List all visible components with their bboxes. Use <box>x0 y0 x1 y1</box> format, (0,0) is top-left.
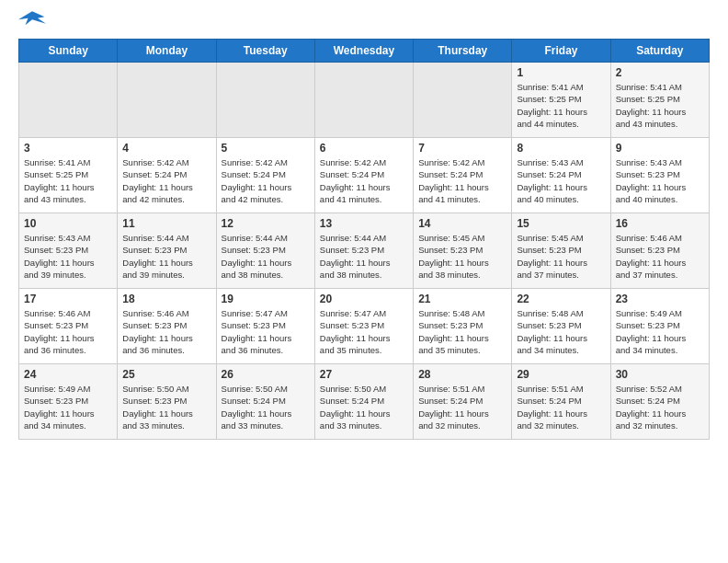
calendar-cell-11: 11Sunrise: 5:44 AM Sunset: 5:23 PM Dayli… <box>118 213 216 289</box>
day-info: Sunrise: 5:47 AM Sunset: 5:23 PM Dayligh… <box>320 307 408 356</box>
day-info: Sunrise: 5:44 AM Sunset: 5:23 PM Dayligh… <box>222 232 310 281</box>
calendar-cell-19: 19Sunrise: 5:47 AM Sunset: 5:23 PM Dayli… <box>216 289 314 364</box>
calendar-week-0: 1Sunrise: 5:41 AM Sunset: 5:25 PM Daylig… <box>19 63 710 138</box>
calendar-header-saturday: Saturday <box>610 40 709 63</box>
day-info: Sunrise: 5:44 AM Sunset: 5:23 PM Dayligh… <box>122 232 210 281</box>
day-info: Sunrise: 5:49 AM Sunset: 5:23 PM Dayligh… <box>24 383 112 431</box>
day-info: Sunrise: 5:41 AM Sunset: 5:25 PM Dayligh… <box>24 156 112 205</box>
day-number: 10 <box>24 217 112 230</box>
day-number: 22 <box>517 293 605 305</box>
day-number: 8 <box>517 142 605 155</box>
calendar-cell-23: 23Sunrise: 5:49 AM Sunset: 5:23 PM Dayli… <box>610 289 709 364</box>
day-info: Sunrise: 5:43 AM Sunset: 5:23 PM Dayligh… <box>616 156 704 205</box>
day-info: Sunrise: 5:41 AM Sunset: 5:25 PM Dayligh… <box>517 81 605 130</box>
day-number: 20 <box>320 293 408 305</box>
day-number: 27 <box>320 368 408 381</box>
calendar-cell-10: 10Sunrise: 5:43 AM Sunset: 5:23 PM Dayli… <box>19 213 118 289</box>
calendar-week-3: 17Sunrise: 5:46 AM Sunset: 5:23 PM Dayli… <box>19 289 710 364</box>
day-number: 30 <box>616 368 704 381</box>
day-info: Sunrise: 5:48 AM Sunset: 5:23 PM Dayligh… <box>517 307 605 356</box>
calendar-cell-30: 30Sunrise: 5:52 AM Sunset: 5:24 PM Dayli… <box>610 364 709 440</box>
calendar-cell-empty <box>216 63 314 138</box>
day-info: Sunrise: 5:51 AM Sunset: 5:24 PM Dayligh… <box>418 383 506 431</box>
header <box>18 9 710 31</box>
day-number: 24 <box>24 368 112 381</box>
svg-marker-0 <box>18 11 46 25</box>
day-number: 28 <box>418 368 506 381</box>
calendar-cell-12: 12Sunrise: 5:44 AM Sunset: 5:23 PM Dayli… <box>216 213 314 289</box>
calendar-cell-8: 8Sunrise: 5:43 AM Sunset: 5:24 PM Daylig… <box>512 138 610 213</box>
calendar-cell-6: 6Sunrise: 5:42 AM Sunset: 5:24 PM Daylig… <box>314 138 413 213</box>
page: SundayMondayTuesdayWednesdayThursdayFrid… <box>0 0 728 563</box>
day-number: 1 <box>517 66 605 79</box>
calendar-table: SundayMondayTuesdayWednesdayThursdayFrid… <box>18 39 710 440</box>
day-number: 9 <box>616 142 704 155</box>
day-info: Sunrise: 5:42 AM Sunset: 5:24 PM Dayligh… <box>320 156 408 205</box>
day-info: Sunrise: 5:43 AM Sunset: 5:24 PM Dayligh… <box>517 156 605 205</box>
day-number: 11 <box>122 217 210 230</box>
calendar-cell-empty <box>19 63 118 138</box>
day-info: Sunrise: 5:51 AM Sunset: 5:24 PM Dayligh… <box>517 383 605 431</box>
day-info: Sunrise: 5:46 AM Sunset: 5:23 PM Dayligh… <box>122 307 210 356</box>
day-number: 14 <box>418 217 506 230</box>
day-info: Sunrise: 5:49 AM Sunset: 5:23 PM Dayligh… <box>616 307 704 356</box>
day-number: 19 <box>222 293 310 305</box>
calendar-cell-24: 24Sunrise: 5:49 AM Sunset: 5:23 PM Dayli… <box>19 364 118 440</box>
calendar-header-sunday: Sunday <box>19 40 118 63</box>
calendar-cell-13: 13Sunrise: 5:44 AM Sunset: 5:23 PM Dayli… <box>314 213 413 289</box>
calendar-cell-26: 26Sunrise: 5:50 AM Sunset: 5:24 PM Dayli… <box>216 364 314 440</box>
day-info: Sunrise: 5:45 AM Sunset: 5:23 PM Dayligh… <box>418 232 506 281</box>
calendar-cell-28: 28Sunrise: 5:51 AM Sunset: 5:24 PM Dayli… <box>414 364 512 440</box>
day-number: 16 <box>616 217 704 230</box>
day-number: 4 <box>122 142 210 155</box>
calendar-cell-18: 18Sunrise: 5:46 AM Sunset: 5:23 PM Dayli… <box>118 289 216 364</box>
day-number: 15 <box>517 217 605 230</box>
day-info: Sunrise: 5:46 AM Sunset: 5:23 PM Dayligh… <box>24 307 112 356</box>
day-number: 3 <box>24 142 112 155</box>
day-info: Sunrise: 5:50 AM Sunset: 5:24 PM Dayligh… <box>320 383 408 431</box>
calendar-header-monday: Monday <box>118 40 216 63</box>
day-number: 25 <box>122 368 210 381</box>
calendar-header-friday: Friday <box>512 40 610 63</box>
calendar-cell-empty <box>414 63 512 138</box>
day-info: Sunrise: 5:44 AM Sunset: 5:23 PM Dayligh… <box>320 232 408 281</box>
calendar-cell-29: 29Sunrise: 5:51 AM Sunset: 5:24 PM Dayli… <box>512 364 610 440</box>
calendar-cell-5: 5Sunrise: 5:42 AM Sunset: 5:24 PM Daylig… <box>216 138 314 213</box>
day-info: Sunrise: 5:42 AM Sunset: 5:24 PM Dayligh… <box>222 156 310 205</box>
day-number: 17 <box>24 293 112 305</box>
calendar-cell-27: 27Sunrise: 5:50 AM Sunset: 5:24 PM Dayli… <box>314 364 413 440</box>
day-number: 6 <box>320 142 408 155</box>
calendar-cell-15: 15Sunrise: 5:45 AM Sunset: 5:23 PM Dayli… <box>512 213 610 289</box>
day-number: 21 <box>418 293 506 305</box>
calendar-cell-22: 22Sunrise: 5:48 AM Sunset: 5:23 PM Dayli… <box>512 289 610 364</box>
day-number: 26 <box>222 368 310 381</box>
calendar-cell-9: 9Sunrise: 5:43 AM Sunset: 5:23 PM Daylig… <box>610 138 709 213</box>
calendar-cell-17: 17Sunrise: 5:46 AM Sunset: 5:23 PM Dayli… <box>19 289 118 364</box>
day-number: 18 <box>122 293 210 305</box>
day-info: Sunrise: 5:45 AM Sunset: 5:23 PM Dayligh… <box>517 232 605 281</box>
calendar-cell-7: 7Sunrise: 5:42 AM Sunset: 5:24 PM Daylig… <box>414 138 512 213</box>
calendar-week-1: 3Sunrise: 5:41 AM Sunset: 5:25 PM Daylig… <box>19 138 710 213</box>
calendar-cell-14: 14Sunrise: 5:45 AM Sunset: 5:23 PM Dayli… <box>414 213 512 289</box>
calendar-header-wednesday: Wednesday <box>314 40 413 63</box>
calendar-cell-16: 16Sunrise: 5:46 AM Sunset: 5:23 PM Dayli… <box>610 213 709 289</box>
calendar-cell-1: 1Sunrise: 5:41 AM Sunset: 5:25 PM Daylig… <box>512 63 610 138</box>
calendar-header-row: SundayMondayTuesdayWednesdayThursdayFrid… <box>19 40 710 63</box>
day-number: 5 <box>222 142 310 155</box>
day-info: Sunrise: 5:42 AM Sunset: 5:24 PM Dayligh… <box>122 156 210 205</box>
day-info: Sunrise: 5:50 AM Sunset: 5:23 PM Dayligh… <box>122 383 210 431</box>
day-number: 29 <box>517 368 605 381</box>
calendar-cell-empty <box>118 63 216 138</box>
day-info: Sunrise: 5:43 AM Sunset: 5:23 PM Dayligh… <box>24 232 112 281</box>
day-info: Sunrise: 5:42 AM Sunset: 5:24 PM Dayligh… <box>418 156 506 205</box>
logo <box>18 9 50 31</box>
calendar-cell-empty <box>314 63 413 138</box>
day-number: 23 <box>616 293 704 305</box>
calendar-cell-3: 3Sunrise: 5:41 AM Sunset: 5:25 PM Daylig… <box>19 138 118 213</box>
calendar-header-thursday: Thursday <box>414 40 512 63</box>
logo-bird-icon <box>18 9 46 31</box>
day-info: Sunrise: 5:50 AM Sunset: 5:24 PM Dayligh… <box>222 383 310 431</box>
day-info: Sunrise: 5:41 AM Sunset: 5:25 PM Dayligh… <box>616 81 704 130</box>
day-number: 12 <box>222 217 310 230</box>
day-info: Sunrise: 5:48 AM Sunset: 5:23 PM Dayligh… <box>418 307 506 356</box>
